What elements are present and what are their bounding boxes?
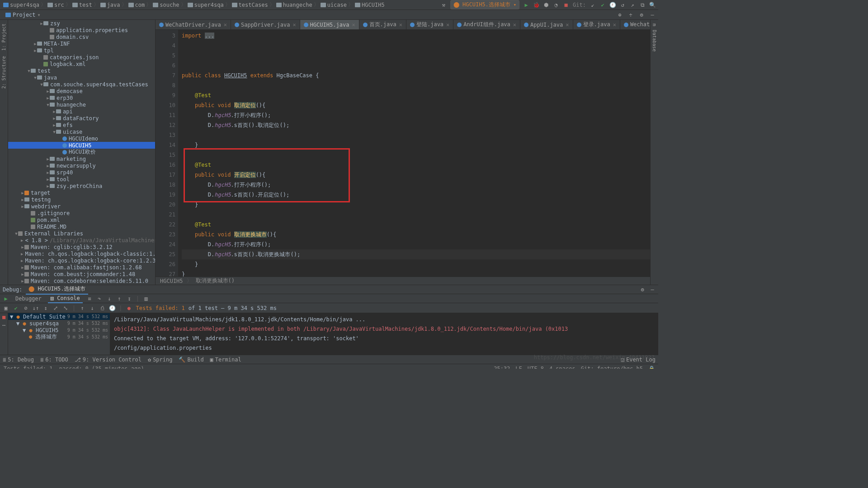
vcs-commit-icon[interactable]: ✔ bbox=[599, 2, 606, 8]
step-into-icon[interactable]: ↓ bbox=[106, 296, 113, 302]
breadcrumb-item[interactable]: HGCUIH5 bbox=[354, 2, 385, 8]
editor-tab[interactable]: WechatApp组件.java× bbox=[620, 20, 650, 29]
indent[interactable]: 4 spaces bbox=[549, 366, 576, 369]
more-icon[interactable]: ⋯ bbox=[1, 322, 7, 328]
tree-row[interactable]: logback.xml bbox=[8, 61, 155, 67]
tree-row[interactable]: ▶webdriver bbox=[8, 203, 155, 210]
tree-row[interactable]: ▶dataFactory bbox=[8, 115, 155, 122]
vcs-history-icon[interactable]: 🕘 bbox=[609, 2, 616, 8]
tree-row[interactable]: ▶tool bbox=[8, 176, 155, 183]
tree-row[interactable]: ▶srp40 bbox=[8, 169, 155, 176]
tree-row[interactable]: ▶democase bbox=[8, 88, 155, 94]
layout-icon[interactable]: ▥ bbox=[143, 296, 149, 302]
coverage-icon[interactable]: ⬢ bbox=[543, 2, 549, 8]
breadcrumb-item[interactable]: com bbox=[128, 2, 146, 8]
console-output[interactable]: /Library/Java/JavaVirtualMachines/jdk1.8… bbox=[110, 313, 658, 355]
git-branch[interactable]: Git: feature/hgc_h5 bbox=[581, 366, 643, 369]
step-out-icon[interactable]: ↑ bbox=[116, 296, 123, 302]
project-tree[interactable]: ▶zsyapplication.propertiesdomain.csv▶MET… bbox=[8, 20, 156, 285]
test-tree-row[interactable]: ▼ ● super4sqa9 m 34 s 532 ms bbox=[8, 320, 110, 327]
editor-tab[interactable]: 登录.java× bbox=[573, 20, 620, 29]
tree-row[interactable]: ▶META-INF bbox=[8, 40, 155, 47]
tree-row[interactable]: ▶api bbox=[8, 108, 155, 115]
breadcrumb-item[interactable]: huangeche bbox=[276, 2, 313, 8]
crumb-class[interactable]: HGCUIH5 bbox=[160, 278, 183, 284]
step-over-icon[interactable]: ↷ bbox=[96, 296, 103, 302]
tree-row[interactable]: ▶< 1.8 >/Library/Java/JavaVirtualMachine… bbox=[8, 237, 155, 244]
tree-row[interactable]: ▶Maven: cglib:cglib:3.2.12 bbox=[8, 244, 155, 250]
test-tree-row[interactable]: ● 选择城市9 m 34 s 532 ms bbox=[8, 333, 110, 340]
tree-row[interactable]: ▶zsy bbox=[8, 20, 155, 27]
tool-spring[interactable]: ✿ Spring bbox=[148, 357, 173, 363]
tool-debug[interactable]: ≣ 5: Debug bbox=[3, 357, 34, 363]
debug-run-tab[interactable]: ⬤ HGCUIH5.选择城市 bbox=[26, 284, 88, 295]
tree-row[interactable]: ▼test bbox=[8, 67, 155, 74]
tree-row[interactable]: ▼java bbox=[8, 74, 155, 81]
tree-row[interactable]: ▶Maven: com.alibaba:fastjson:1.2.68 bbox=[8, 264, 155, 271]
search-icon[interactable]: 🔍 bbox=[649, 2, 656, 8]
tree-row[interactable]: HGCUIdemo bbox=[8, 135, 155, 142]
tree-row[interactable]: ▼huangeche bbox=[8, 101, 155, 108]
run-config-selector[interactable]: ⬤ HGCUIH5.选择城市 ▾ bbox=[450, 0, 519, 9]
editor-tab[interactable]: WeChatDriver.java× bbox=[156, 20, 231, 29]
tree-row[interactable]: application.properties bbox=[8, 27, 155, 33]
tree-row[interactable]: ▼com.souche.super4sqa.testCases bbox=[8, 81, 155, 88]
tree-row[interactable]: ▶Maven: com.beust:jcommander:1.48 bbox=[8, 271, 155, 277]
tree-row[interactable]: ▼uicase bbox=[8, 128, 155, 135]
vcs-push-icon[interactable]: ↗ bbox=[629, 2, 636, 8]
breadcrumb-item[interactable]: super4sqa bbox=[187, 2, 224, 8]
lock-icon[interactable]: 🔒 bbox=[648, 366, 655, 369]
code-body[interactable]: import ...public class HGCUIH5 extends H… bbox=[178, 30, 650, 277]
test-tree-row[interactable]: ▼ ● HGCUIH59 m 34 s 532 ms bbox=[8, 327, 110, 333]
next-icon[interactable]: ↓ bbox=[89, 305, 95, 311]
editor-tab[interactable]: AppUI.java× bbox=[520, 20, 573, 29]
tree-row[interactable]: pom.xml bbox=[8, 216, 155, 223]
tree-row[interactable]: ▶zsy.petroChina bbox=[8, 183, 155, 189]
locate-icon[interactable]: ⊕ bbox=[617, 12, 623, 18]
breadcrumb-item[interactable]: testCases bbox=[231, 2, 269, 8]
tool-terminal[interactable]: ▣ Terminal bbox=[210, 357, 241, 363]
encoding[interactable]: UTF-8 bbox=[528, 366, 544, 369]
breadcrumb-item[interactable]: src bbox=[47, 2, 65, 8]
breadcrumb-item[interactable]: java bbox=[100, 2, 121, 8]
tree-row[interactable]: ▶testng bbox=[8, 196, 155, 203]
vcs-revert-icon[interactable]: ↺ bbox=[619, 2, 626, 8]
tool-project-tab[interactable]: 1: Project bbox=[0, 22, 7, 52]
tree-row[interactable]: .gitignore bbox=[8, 210, 155, 216]
debug-test-tree[interactable]: ▼ ● Default Suite9 m 34 s 532 ms▼ ● supe… bbox=[8, 313, 110, 355]
stop-icon[interactable]: ■ bbox=[563, 2, 569, 8]
vcs-update-icon[interactable]: ↙ bbox=[590, 2, 596, 8]
tool-structure-tab[interactable]: 2: Structure bbox=[0, 54, 7, 90]
tree-row[interactable]: ▶target bbox=[8, 189, 155, 196]
history-icon[interactable]: 🕘 bbox=[109, 305, 115, 311]
tree-row[interactable]: categories.json bbox=[8, 54, 155, 61]
line-sep[interactable]: LF bbox=[515, 366, 522, 369]
breadcrumb-item[interactable]: souche bbox=[152, 2, 179, 8]
show-passed-icon[interactable]: ✔ bbox=[13, 305, 19, 311]
debug-icon[interactable]: 🐞 bbox=[533, 2, 539, 8]
tree-row[interactable]: HGCUIH5 bbox=[8, 142, 155, 149]
console-tab[interactable]: ▤ Console bbox=[48, 294, 83, 303]
tree-row[interactable]: ▶newcarsupply bbox=[8, 162, 155, 169]
project-view-button[interactable]: Project ▾ bbox=[3, 11, 43, 19]
structure-icon[interactable]: ⧉ bbox=[639, 2, 646, 8]
tree-row[interactable]: domain.csv bbox=[8, 33, 155, 40]
editor-tab[interactable]: HGCUIH5.java× bbox=[300, 20, 359, 29]
breadcrumb-item[interactable]: uicase bbox=[320, 2, 347, 8]
test-tree-row[interactable]: ▼ ● Default Suite9 m 34 s 532 ms bbox=[8, 313, 110, 320]
tool-build[interactable]: 🔨 Build bbox=[179, 357, 203, 363]
tree-row[interactable]: README.MD bbox=[8, 223, 155, 230]
code-editor[interactable]: 34567▶8910▶11121314151617▶181920212223▶2… bbox=[156, 30, 650, 277]
tree-row[interactable]: ▶Maven: ch.qos.logback:logback-core:1.2.… bbox=[8, 257, 155, 264]
tree-row[interactable]: ▶Maven: ch.qos.logback:logback-classic:1… bbox=[8, 250, 155, 257]
tool-todo[interactable]: ≣ 6: TODO bbox=[40, 357, 68, 363]
sort2-icon[interactable]: ↕ bbox=[42, 305, 49, 311]
run-to-cursor-icon[interactable]: ↧ bbox=[126, 296, 132, 302]
breadcrumb-item[interactable]: test bbox=[72, 2, 93, 8]
editor-tab[interactable]: 登陆.java× bbox=[406, 20, 453, 29]
step-icon[interactable]: ≡ bbox=[86, 296, 93, 302]
editor-tab[interactable]: SappDriver.java× bbox=[231, 20, 300, 29]
tool-database-tab[interactable]: Database bbox=[651, 28, 658, 53]
expand-icon[interactable]: ⤢ bbox=[52, 305, 59, 311]
tool-vcs[interactable]: ⎇ 9: Version Control bbox=[75, 357, 142, 363]
